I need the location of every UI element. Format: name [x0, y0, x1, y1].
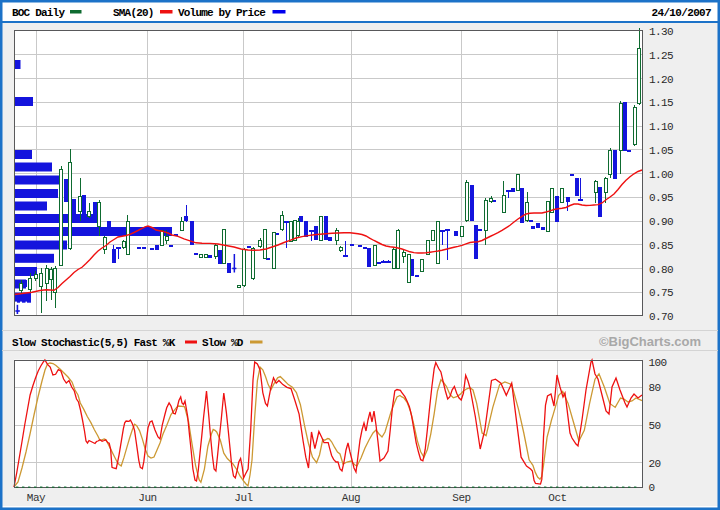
svg-text:Slow Stochastic(5,5) Fast %K: Slow Stochastic(5,5) Fast %K	[12, 337, 176, 349]
svg-text:0.75: 0.75	[649, 287, 673, 299]
svg-text:1.00: 1.00	[649, 169, 673, 181]
svg-text:Oct: Oct	[548, 492, 566, 504]
svg-text:0.80: 0.80	[649, 264, 673, 276]
svg-text:Aug: Aug	[342, 492, 360, 504]
svg-text:0: 0	[649, 482, 655, 494]
svg-text:0.85: 0.85	[649, 240, 673, 252]
svg-text:24/10/2007: 24/10/2007	[651, 7, 711, 19]
svg-text:©BigCharts.com: ©BigCharts.com	[599, 334, 701, 349]
svg-text:20: 20	[649, 458, 661, 470]
svg-text:Volume by Price: Volume by Price	[178, 7, 266, 19]
svg-text:Jun: Jun	[138, 492, 156, 504]
svg-text:May: May	[27, 492, 46, 504]
svg-text:1.15: 1.15	[649, 97, 673, 109]
svg-text:80: 80	[649, 382, 661, 394]
svg-text:100: 100	[649, 357, 667, 369]
svg-text:1.20: 1.20	[649, 74, 673, 86]
svg-text:1.05: 1.05	[649, 145, 673, 157]
svg-text:SMA(20): SMA(20)	[113, 7, 154, 19]
svg-text:1.30: 1.30	[649, 26, 673, 38]
svg-text:1.25: 1.25	[649, 50, 673, 62]
svg-text:BOC Daily: BOC Daily	[12, 7, 65, 19]
svg-text:0.95: 0.95	[649, 192, 673, 204]
svg-text:1.10: 1.10	[649, 121, 673, 133]
svg-text:Slow %D: Slow %D	[202, 337, 244, 349]
svg-text:Jul: Jul	[234, 492, 252, 504]
svg-text:50: 50	[649, 420, 661, 432]
svg-text:Sep: Sep	[452, 492, 470, 504]
svg-text:0.70: 0.70	[649, 311, 673, 323]
svg-text:0.90: 0.90	[649, 216, 673, 228]
